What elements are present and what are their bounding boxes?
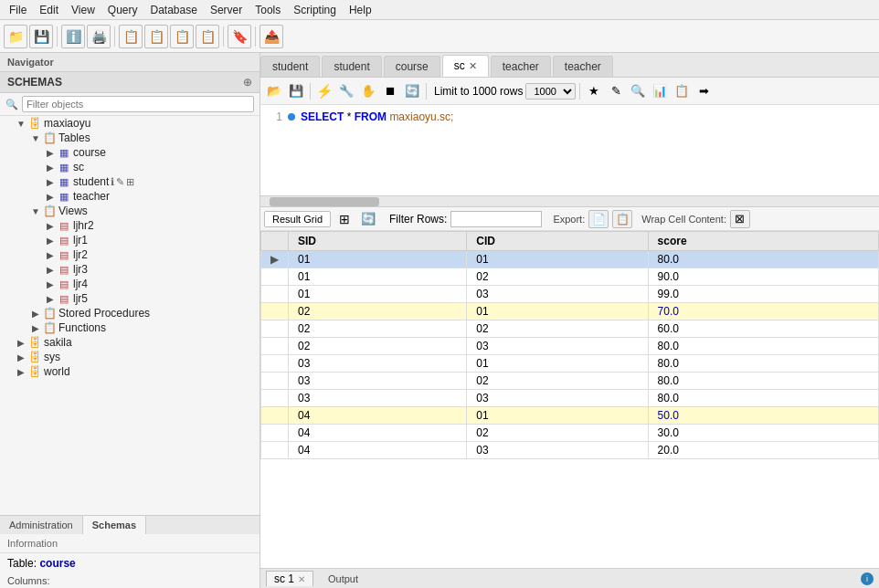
q-refresh[interactable]: 🔄: [402, 81, 422, 101]
tab-student-2[interactable]: student: [322, 56, 381, 77]
tree-view-ljr4[interactable]: ▶ ▤ ljr4: [0, 277, 259, 291]
menu-file[interactable]: File: [4, 2, 32, 18]
menu-server[interactable]: Server: [205, 2, 248, 18]
tree-table-course[interactable]: ▶ ▦ course: [0, 145, 259, 160]
tree-table-student[interactable]: ▶ ▦ student ℹ ✎ ⊞: [0, 174, 259, 189]
q-execute-sel[interactable]: 🔧: [336, 81, 356, 101]
cell-score: 80.0: [648, 390, 878, 407]
toolbar-open[interactable]: 📁: [4, 25, 27, 48]
toolbar-copy1[interactable]: 📋: [119, 25, 143, 48]
tree-table-teacher[interactable]: ▶ ▦ teacher: [0, 189, 259, 204]
tree-stored-procedures[interactable]: ▶ 📋 Stored Procedures: [0, 306, 259, 320]
info-icon[interactable]: ℹ: [111, 176, 114, 188]
close-status-icon[interactable]: ✕: [298, 574, 305, 584]
cell-score: 70.0: [648, 303, 878, 320]
tree-db-world[interactable]: ▶ 🗄 world: [0, 364, 259, 379]
filter-input[interactable]: [22, 96, 254, 112]
table-row[interactable]: 030380.0: [261, 390, 879, 407]
q-stop2[interactable]: ⏹: [380, 81, 400, 101]
filter-rows-input[interactable]: [450, 211, 542, 227]
table-row[interactable]: 010399.0: [261, 286, 879, 303]
tree-db-maxiaoyu[interactable]: ▼ 🗄 maxiaoyu: [0, 116, 259, 131]
arrow-v: ▶: [44, 221, 57, 231]
tree-db-sys[interactable]: ▶ 🗄 sys: [0, 350, 259, 364]
tab-sc[interactable]: sc ✕: [442, 55, 489, 77]
toolbar-print[interactable]: 🖨️: [87, 25, 111, 48]
arrow-views: ▼: [29, 206, 42, 216]
tab-teacher-1[interactable]: teacher: [491, 56, 551, 77]
q-edit[interactable]: ✎: [606, 81, 626, 101]
q-save[interactable]: 💾: [286, 81, 306, 101]
h-scrollbar[interactable]: [260, 196, 879, 207]
menu-scripting[interactable]: Scripting: [288, 2, 342, 18]
toolbar-copy4[interactable]: 📋: [196, 25, 219, 48]
tree-folder-tables[interactable]: ▼ 📋 Tables: [0, 131, 259, 145]
table-row[interactable]: 040320.0: [261, 442, 879, 459]
refresh-result-btn[interactable]: 🔄: [358, 209, 378, 229]
toolbar-save[interactable]: 💾: [29, 25, 53, 48]
menu-tools[interactable]: Tools: [249, 2, 286, 18]
menu-help[interactable]: Help: [344, 2, 377, 18]
schemas-icon[interactable]: ⊕: [243, 76, 252, 89]
q-zoom[interactable]: 🔍: [628, 81, 648, 101]
col-arrow: [261, 232, 289, 251]
table-row[interactable]: 010290.0: [261, 268, 879, 286]
close-sc-icon[interactable]: ✕: [469, 60, 477, 72]
table-row[interactable]: 030180.0: [261, 355, 879, 373]
cell-sid: 03: [289, 373, 467, 390]
wrap-btn[interactable]: ⊠: [730, 210, 750, 228]
limit-dropdown[interactable]: 1000 500 200: [525, 83, 576, 100]
q-star[interactable]: ★: [584, 81, 604, 101]
tab-course[interactable]: course: [384, 56, 440, 77]
tree-view-ljr2[interactable]: ▶ ▤ ljr2: [0, 247, 259, 262]
grid-icon-btn[interactable]: ⊞: [334, 209, 355, 229]
menu-database[interactable]: Database: [145, 2, 203, 18]
q-stop[interactable]: ✋: [358, 81, 378, 101]
tab-teacher-2[interactable]: teacher: [553, 56, 613, 77]
tree-view-ljr3[interactable]: ▶ ▤ ljr3: [0, 262, 259, 277]
result-grid-tab[interactable]: Result Grid: [264, 211, 331, 227]
tab-student-1[interactable]: student: [260, 56, 320, 77]
q-sep3: [579, 83, 580, 100]
tree-view-ljhr2[interactable]: ▶ ▤ ljhr2: [0, 218, 259, 233]
grid-icon[interactable]: ⊞: [126, 176, 134, 188]
h-scroll-thumb[interactable]: [270, 197, 379, 206]
table-row[interactable]: 020170.0: [261, 303, 879, 320]
export-csv-btn[interactable]: 📄: [588, 210, 609, 228]
tab-administration[interactable]: Administration: [0, 516, 83, 534]
edit-icon[interactable]: ✎: [116, 176, 124, 188]
status-tab-sc1[interactable]: sc 1 ✕: [266, 571, 313, 586]
q-open[interactable]: 📂: [264, 81, 284, 101]
tree-functions[interactable]: ▶ 📋 Functions: [0, 320, 259, 335]
ljhr2-label: ljhr2: [73, 219, 94, 232]
table-row[interactable]: 030280.0: [261, 373, 879, 390]
tree-folder-views[interactable]: ▼ 📋 Views: [0, 204, 259, 218]
table-row[interactable]: 020260.0: [261, 320, 879, 338]
toolbar-copy3[interactable]: 📋: [170, 25, 194, 48]
tree-table-sc[interactable]: ▶ ▦ sc: [0, 160, 259, 174]
table-row[interactable]: 020380.0: [261, 338, 879, 355]
tab-schemas[interactable]: Schemas: [83, 516, 146, 534]
export-xls-btn[interactable]: 📋: [612, 210, 632, 228]
table-row[interactable]: 040150.0: [261, 407, 879, 425]
toolbar-bookmark[interactable]: 🔖: [228, 25, 251, 48]
menu-view[interactable]: View: [66, 2, 101, 18]
tree-view-ljr1[interactable]: ▶ ▤ ljr1: [0, 233, 259, 247]
editor-area[interactable]: 1 SELECT * FROM maxiaoyu.sc;: [260, 105, 879, 196]
menu-edit[interactable]: Edit: [34, 2, 64, 18]
toolbar-export[interactable]: 📤: [259, 25, 283, 48]
table-row[interactable]: ▶010180.0: [261, 251, 879, 268]
toolbar-info[interactable]: ℹ️: [61, 25, 85, 48]
sp-icon: 📋: [42, 307, 57, 320]
menu-query[interactable]: Query: [102, 2, 143, 18]
tree-db-sakila[interactable]: ▶ 🗄 sakila: [0, 335, 259, 350]
toolbar-copy2[interactable]: 📋: [144, 25, 168, 48]
query-toolbar: 📂 💾 ⚡ 🔧 ✋ ⏹ 🔄 Limit to 1000 rows 1000 50…: [260, 78, 879, 105]
q-arrow[interactable]: ➡: [694, 81, 714, 101]
table-row[interactable]: 040230.0: [261, 425, 879, 442]
tree-view-ljr5[interactable]: ▶ ▤ ljr5: [0, 291, 259, 306]
q-execute[interactable]: ⚡: [314, 81, 334, 101]
q-format[interactable]: 📊: [650, 81, 670, 101]
arrow-sc: ▶: [44, 163, 57, 173]
q-copy[interactable]: 📋: [672, 81, 692, 101]
